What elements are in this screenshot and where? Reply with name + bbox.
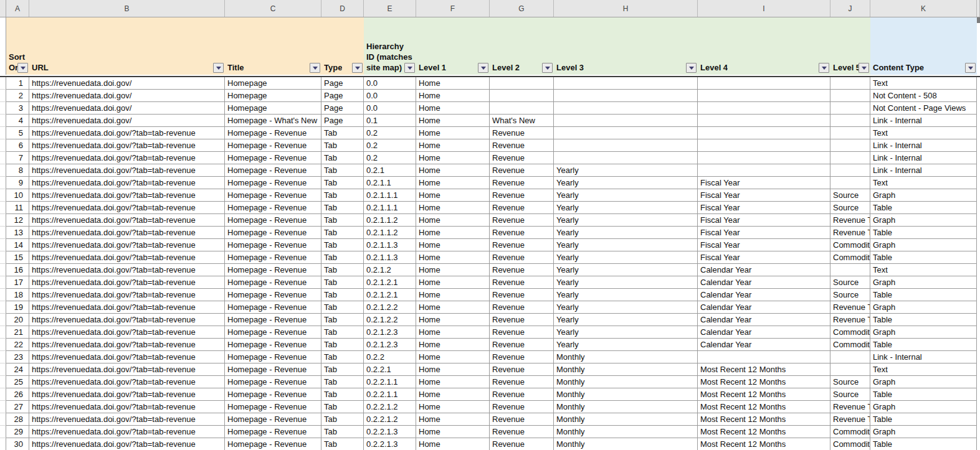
cell-level-3[interactable]: Yearly bbox=[554, 202, 698, 214]
cell-hierarchy-id-matches-site-map[interactable]: 0.2.2.1.3 bbox=[364, 438, 416, 450]
cell-hierarchy-id-matches-site-map[interactable]: 0.2.1.1 bbox=[364, 177, 416, 189]
cell-content-type[interactable]: Text bbox=[870, 363, 977, 376]
cell-type[interactable]: Tab bbox=[321, 202, 364, 214]
cell-sort-orde[interactable]: 10 bbox=[6, 189, 29, 202]
cell-title[interactable]: Homepage bbox=[225, 77, 321, 90]
cell-sort-orde[interactable]: 28 bbox=[6, 413, 29, 426]
cell-level-4[interactable]: Most Recent 12 Months bbox=[698, 426, 830, 438]
cell-level-3[interactable]: Monthly bbox=[554, 426, 698, 438]
cell-level-3[interactable] bbox=[554, 152, 698, 164]
cell-level-2[interactable] bbox=[490, 102, 554, 115]
cell-level-1[interactable]: Home bbox=[416, 401, 490, 413]
column-letter-i[interactable]: I bbox=[698, 0, 830, 17]
cell-sort-orde[interactable]: 1 bbox=[6, 77, 29, 90]
cell-level-3[interactable] bbox=[554, 115, 698, 127]
cell-type[interactable]: Tab bbox=[321, 413, 364, 426]
cell-level-2[interactable] bbox=[490, 90, 554, 102]
cell-title[interactable]: Homepage - What's New bbox=[225, 115, 321, 127]
header-cell-level-1[interactable]: Level 1 bbox=[416, 17, 490, 75]
cell-content-type[interactable]: Table bbox=[870, 289, 977, 301]
cell-level-4[interactable]: Calendar Year bbox=[698, 289, 830, 301]
cell-hierarchy-id-matches-site-map[interactable]: 0.2.1 bbox=[364, 164, 416, 177]
cell-level-2[interactable]: Revenue bbox=[490, 164, 554, 177]
cell-title[interactable]: Homepage - Revenue bbox=[225, 401, 321, 413]
cell-type[interactable]: Tab bbox=[321, 314, 364, 326]
filter-dropdown-icon-title[interactable] bbox=[310, 63, 320, 73]
cell-content-type[interactable]: Graph bbox=[870, 214, 977, 227]
cell-hierarchy-id-matches-site-map[interactable]: 0.2.1.2.2 bbox=[364, 314, 416, 326]
cell-content-type[interactable]: Graph bbox=[870, 401, 977, 413]
cell-level-4[interactable] bbox=[698, 351, 830, 363]
cell-type[interactable]: Tab bbox=[321, 363, 364, 376]
cell-level-3[interactable]: Yearly bbox=[554, 251, 698, 264]
cell-sort-orde[interactable]: 13 bbox=[6, 227, 29, 239]
cell-hierarchy-id-matches-site-map[interactable]: 0.2.1.1.3 bbox=[364, 251, 416, 264]
cell-level-1[interactable]: Home bbox=[416, 177, 490, 189]
cell-url[interactable]: https://revenuedata.doi.gov/?tab=tab-rev… bbox=[29, 251, 225, 264]
filter-dropdown-icon-hierarchy-id-matches-site-map[interactable] bbox=[404, 63, 415, 73]
cell-url[interactable]: https://revenuedata.doi.gov/?tab=tab-rev… bbox=[29, 276, 225, 289]
cell-title[interactable]: Homepage - Revenue bbox=[225, 413, 321, 426]
cell-level-5[interactable]: Commodit bbox=[830, 326, 870, 339]
cell-level-3[interactable]: Yearly bbox=[554, 189, 698, 202]
cell-hierarchy-id-matches-site-map[interactable]: 0.2.2 bbox=[364, 351, 416, 363]
cell-level-3[interactable]: Monthly bbox=[554, 351, 698, 363]
header-cell-sort-orde[interactable]: Sort Orde bbox=[6, 17, 29, 75]
cell-content-type[interactable]: Graph bbox=[870, 376, 977, 388]
cell-hierarchy-id-matches-site-map[interactable]: 0.2.1.2.2 bbox=[364, 301, 416, 314]
cell-type[interactable]: Tab bbox=[321, 251, 364, 264]
column-letter-e[interactable]: E bbox=[364, 0, 416, 17]
column-letter-g[interactable]: G bbox=[490, 0, 554, 17]
cell-content-type[interactable]: Link - Internal bbox=[870, 351, 977, 363]
header-cell-type[interactable]: Type bbox=[321, 17, 364, 75]
cell-url[interactable]: https://revenuedata.doi.gov/ bbox=[29, 77, 225, 90]
cell-title[interactable]: Homepage - Revenue bbox=[225, 376, 321, 388]
cell-hierarchy-id-matches-site-map[interactable]: 0.2.2.1.1 bbox=[364, 388, 416, 401]
cell-level-2[interactable]: Revenue bbox=[490, 363, 554, 376]
cell-url[interactable]: https://revenuedata.doi.gov/?tab=tab-rev… bbox=[29, 351, 225, 363]
cell-sort-orde[interactable]: 21 bbox=[6, 326, 29, 339]
cell-level-2[interactable]: Revenue bbox=[490, 139, 554, 152]
cell-hierarchy-id-matches-site-map[interactable]: 0.2.1.1.1 bbox=[364, 202, 416, 214]
filter-dropdown-icon-level-4[interactable] bbox=[819, 63, 829, 73]
cell-type[interactable]: Tab bbox=[321, 376, 364, 388]
header-cell-level-2[interactable]: Level 2 bbox=[490, 17, 554, 75]
cell-url[interactable]: https://revenuedata.doi.gov/ bbox=[29, 115, 225, 127]
cell-hierarchy-id-matches-site-map[interactable]: 0.2.1.2 bbox=[364, 264, 416, 276]
cell-title[interactable]: Homepage bbox=[225, 90, 321, 102]
filter-dropdown-icon-level-5[interactable] bbox=[859, 63, 869, 73]
cell-title[interactable]: Homepage - Revenue bbox=[225, 388, 321, 401]
cell-level-2[interactable]: Revenue bbox=[490, 214, 554, 227]
cell-url[interactable]: https://revenuedata.doi.gov/?tab=tab-rev… bbox=[29, 139, 225, 152]
cell-url[interactable]: https://revenuedata.doi.gov/?tab=tab-rev… bbox=[29, 164, 225, 177]
cell-hierarchy-id-matches-site-map[interactable]: 0.2 bbox=[364, 152, 416, 164]
cell-level-3[interactable]: Monthly bbox=[554, 376, 698, 388]
header-cell-level-4[interactable]: Level 4 bbox=[698, 17, 830, 75]
cell-level-1[interactable]: Home bbox=[416, 339, 490, 351]
cell-level-1[interactable]: Home bbox=[416, 102, 490, 115]
cell-title[interactable]: Homepage - Revenue bbox=[225, 127, 321, 139]
cell-level-1[interactable]: Home bbox=[416, 139, 490, 152]
cell-sort-orde[interactable]: 19 bbox=[6, 301, 29, 314]
cell-level-1[interactable]: Home bbox=[416, 413, 490, 426]
cell-level-5[interactable] bbox=[830, 90, 870, 102]
cell-title[interactable]: Homepage - Revenue bbox=[225, 314, 321, 326]
cell-sort-orde[interactable]: 6 bbox=[6, 139, 29, 152]
cell-content-type[interactable]: Graph bbox=[870, 189, 977, 202]
cell-level-1[interactable]: Home bbox=[416, 326, 490, 339]
cell-title[interactable]: Homepage - Revenue bbox=[225, 301, 321, 314]
cell-type[interactable]: Tab bbox=[321, 426, 364, 438]
cell-content-type[interactable]: Table bbox=[870, 227, 977, 239]
cell-level-5[interactable] bbox=[830, 115, 870, 127]
cell-level-3[interactable] bbox=[554, 127, 698, 139]
cell-level-1[interactable]: Home bbox=[416, 363, 490, 376]
cell-title[interactable]: Homepage - Revenue bbox=[225, 239, 321, 251]
cell-type[interactable]: Tab bbox=[321, 189, 364, 202]
cell-sort-orde[interactable]: 14 bbox=[6, 239, 29, 251]
cell-level-3[interactable]: Monthly bbox=[554, 413, 698, 426]
cell-content-type[interactable]: Not Content - Page Views bbox=[870, 102, 977, 115]
cell-level-2[interactable]: Revenue bbox=[490, 339, 554, 351]
cell-level-2[interactable]: Revenue bbox=[490, 251, 554, 264]
cell-level-5[interactable] bbox=[830, 363, 870, 376]
cell-sort-orde[interactable]: 29 bbox=[6, 426, 29, 438]
